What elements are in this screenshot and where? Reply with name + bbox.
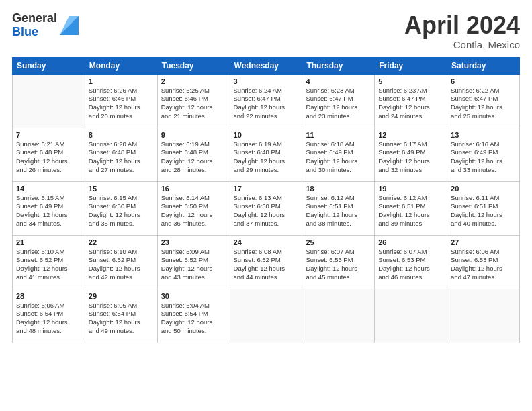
calendar-cell: 13Sunrise: 6:16 AM Sunset: 6:49 PM Dayli…: [447, 128, 520, 181]
day-info: Sunrise: 6:05 AM Sunset: 6:54 PM Dayligh…: [89, 302, 154, 336]
day-info: Sunrise: 6:18 AM Sunset: 6:49 PM Dayligh…: [306, 140, 371, 175]
day-number: 9: [161, 131, 226, 139]
day-info: Sunrise: 6:23 AM Sunset: 6:47 PM Dayligh…: [378, 87, 443, 121]
calendar-week-2: 14Sunrise: 6:15 AM Sunset: 6:49 PM Dayli…: [13, 181, 520, 235]
calendar-cell: 16Sunrise: 6:14 AM Sunset: 6:50 PM Dayli…: [157, 181, 230, 235]
calendar-cell: 20Sunrise: 6:11 AM Sunset: 6:51 PM Dayli…: [447, 181, 520, 235]
day-number: 11: [306, 131, 371, 139]
day-number: 17: [234, 185, 299, 193]
day-info: Sunrise: 6:06 AM Sunset: 6:53 PM Dayligh…: [451, 248, 516, 282]
calendar-cell: 11Sunrise: 6:18 AM Sunset: 6:49 PM Dayli…: [302, 128, 375, 181]
day-number: 8: [89, 131, 154, 139]
day-number: 26: [378, 238, 443, 246]
calendar-header-wednesday: Wednesday: [230, 57, 302, 74]
header: General Blue April 2024 Contla, Mexico: [12, 12, 520, 50]
day-number: 19: [378, 185, 443, 193]
calendar-week-0: 1Sunrise: 6:26 AM Sunset: 6:46 PM Daylig…: [13, 74, 520, 128]
day-number: 4: [306, 77, 371, 85]
day-info: Sunrise: 6:04 AM Sunset: 6:54 PM Dayligh…: [161, 302, 226, 336]
calendar-cell: 7Sunrise: 6:21 AM Sunset: 6:48 PM Daylig…: [13, 128, 85, 181]
day-number: 22: [89, 238, 154, 246]
calendar-cell: 4Sunrise: 6:23 AM Sunset: 6:47 PM Daylig…: [302, 74, 375, 128]
calendar-cell: 22Sunrise: 6:10 AM Sunset: 6:52 PM Dayli…: [85, 235, 157, 289]
calendar-cell: 27Sunrise: 6:06 AM Sunset: 6:53 PM Dayli…: [447, 235, 520, 289]
calendar-cell: 26Sunrise: 6:07 AM Sunset: 6:53 PM Dayli…: [375, 235, 447, 289]
day-info: Sunrise: 6:14 AM Sunset: 6:50 PM Dayligh…: [161, 194, 226, 228]
calendar-cell: 21Sunrise: 6:10 AM Sunset: 6:52 PM Dayli…: [13, 235, 85, 289]
calendar-cell: [447, 289, 520, 342]
calendar-week-3: 21Sunrise: 6:10 AM Sunset: 6:52 PM Dayli…: [13, 235, 520, 289]
calendar-cell: 18Sunrise: 6:12 AM Sunset: 6:51 PM Dayli…: [302, 181, 375, 235]
logo-general: General: [12, 12, 57, 26]
calendar-cell: [230, 289, 302, 342]
day-number: 29: [89, 292, 154, 300]
day-info: Sunrise: 6:24 AM Sunset: 6:47 PM Dayligh…: [234, 87, 299, 121]
day-info: Sunrise: 6:19 AM Sunset: 6:48 PM Dayligh…: [161, 140, 226, 175]
day-number: 5: [378, 77, 443, 85]
day-info: Sunrise: 6:06 AM Sunset: 6:54 PM Dayligh…: [16, 302, 81, 336]
day-number: 16: [161, 185, 226, 193]
day-info: Sunrise: 6:17 AM Sunset: 6:49 PM Dayligh…: [378, 140, 443, 175]
calendar-cell: [375, 289, 447, 342]
day-info: Sunrise: 6:19 AM Sunset: 6:48 PM Dayligh…: [234, 140, 299, 175]
calendar-header-thursday: Thursday: [302, 57, 375, 74]
calendar-cell: 14Sunrise: 6:15 AM Sunset: 6:49 PM Dayli…: [13, 181, 85, 235]
day-info: Sunrise: 6:22 AM Sunset: 6:47 PM Dayligh…: [451, 87, 516, 121]
day-number: 28: [16, 292, 81, 300]
day-number: 21: [16, 238, 81, 246]
calendar-header-monday: Monday: [85, 57, 157, 74]
calendar-cell: 9Sunrise: 6:19 AM Sunset: 6:48 PM Daylig…: [157, 128, 230, 181]
logo-icon: [60, 16, 79, 35]
day-number: 2: [161, 77, 226, 85]
day-number: 6: [451, 77, 516, 85]
day-info: Sunrise: 6:10 AM Sunset: 6:52 PM Dayligh…: [89, 248, 154, 282]
day-info: Sunrise: 6:15 AM Sunset: 6:49 PM Dayligh…: [16, 194, 81, 228]
day-info: Sunrise: 6:25 AM Sunset: 6:46 PM Dayligh…: [161, 87, 226, 121]
calendar-cell: 12Sunrise: 6:17 AM Sunset: 6:49 PM Dayli…: [375, 128, 447, 181]
calendar-cell: [13, 74, 85, 128]
calendar-cell: 30Sunrise: 6:04 AM Sunset: 6:54 PM Dayli…: [157, 289, 230, 342]
day-info: Sunrise: 6:16 AM Sunset: 6:49 PM Dayligh…: [451, 140, 516, 175]
calendar-cell: 23Sunrise: 6:09 AM Sunset: 6:52 PM Dayli…: [157, 235, 230, 289]
day-info: Sunrise: 6:13 AM Sunset: 6:50 PM Dayligh…: [234, 194, 299, 228]
calendar-cell: 19Sunrise: 6:12 AM Sunset: 6:51 PM Dayli…: [375, 181, 447, 235]
day-info: Sunrise: 6:12 AM Sunset: 6:51 PM Dayligh…: [378, 194, 443, 228]
day-number: 27: [451, 238, 516, 246]
day-number: 24: [234, 238, 299, 246]
calendar-header-saturday: Saturday: [447, 57, 520, 74]
day-number: 14: [16, 185, 81, 193]
day-number: 23: [161, 238, 226, 246]
title-location: Contla, Mexico: [404, 39, 520, 50]
calendar-header-row: SundayMondayTuesdayWednesdayThursdayFrid…: [13, 57, 520, 74]
calendar-cell: 8Sunrise: 6:20 AM Sunset: 6:48 PM Daylig…: [85, 128, 157, 181]
calendar-cell: 6Sunrise: 6:22 AM Sunset: 6:47 PM Daylig…: [447, 74, 520, 128]
logo-blue: Blue: [12, 26, 57, 39]
day-number: 7: [16, 131, 81, 139]
calendar-header-sunday: Sunday: [13, 57, 85, 74]
day-number: 18: [306, 185, 371, 193]
calendar-cell: [302, 289, 375, 342]
day-number: 13: [451, 131, 516, 139]
calendar-cell: 15Sunrise: 6:15 AM Sunset: 6:50 PM Dayli…: [85, 181, 157, 235]
day-number: 3: [234, 77, 299, 85]
calendar-cell: 29Sunrise: 6:05 AM Sunset: 6:54 PM Dayli…: [85, 289, 157, 342]
day-number: 30: [161, 292, 226, 300]
title-month: April 2024: [404, 12, 520, 39]
calendar-table: SundayMondayTuesdayWednesdayThursdayFrid…: [12, 57, 520, 343]
day-number: 20: [451, 185, 516, 193]
page: General Blue April 2024 Contla, Mexico S…: [0, 0, 532, 411]
calendar-cell: 5Sunrise: 6:23 AM Sunset: 6:47 PM Daylig…: [375, 74, 447, 128]
day-info: Sunrise: 6:23 AM Sunset: 6:47 PM Dayligh…: [306, 87, 371, 121]
calendar-week-1: 7Sunrise: 6:21 AM Sunset: 6:48 PM Daylig…: [13, 128, 520, 181]
day-info: Sunrise: 6:15 AM Sunset: 6:50 PM Dayligh…: [89, 194, 154, 228]
calendar-cell: 3Sunrise: 6:24 AM Sunset: 6:47 PM Daylig…: [230, 74, 302, 128]
day-number: 25: [306, 238, 371, 246]
day-info: Sunrise: 6:12 AM Sunset: 6:51 PM Dayligh…: [306, 194, 371, 228]
day-info: Sunrise: 6:11 AM Sunset: 6:51 PM Dayligh…: [451, 194, 516, 228]
calendar-cell: 25Sunrise: 6:07 AM Sunset: 6:53 PM Dayli…: [302, 235, 375, 289]
calendar-cell: 17Sunrise: 6:13 AM Sunset: 6:50 PM Dayli…: [230, 181, 302, 235]
day-number: 15: [89, 185, 154, 193]
calendar-cell: 28Sunrise: 6:06 AM Sunset: 6:54 PM Dayli…: [13, 289, 85, 342]
calendar-header-tuesday: Tuesday: [157, 57, 230, 74]
calendar-cell: 2Sunrise: 6:25 AM Sunset: 6:46 PM Daylig…: [157, 74, 230, 128]
